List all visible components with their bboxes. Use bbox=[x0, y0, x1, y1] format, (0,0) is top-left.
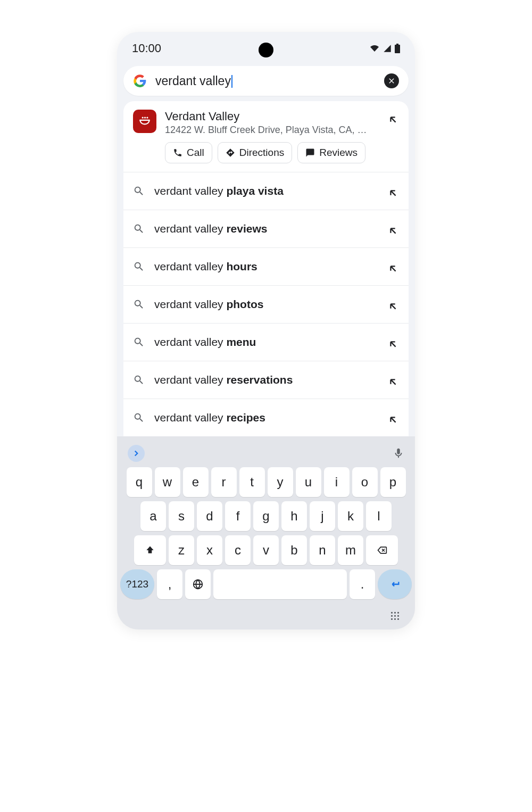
key-i[interactable]: i bbox=[324, 467, 350, 497]
insert-suggestion-icon[interactable] bbox=[387, 301, 399, 312]
cell-icon bbox=[383, 44, 392, 53]
comma-key[interactable]: , bbox=[157, 569, 182, 599]
insert-suggestion-icon[interactable] bbox=[387, 376, 399, 388]
key-p[interactable]: p bbox=[380, 467, 406, 497]
suggestion-text: verdant valley recipes bbox=[154, 411, 378, 424]
key-a[interactable]: a bbox=[140, 501, 166, 531]
suggestion-text: verdant valley photos bbox=[154, 298, 378, 311]
space-key[interactable] bbox=[213, 569, 347, 599]
key-v[interactable]: v bbox=[253, 535, 279, 565]
suggestion-item[interactable]: verdant valley playa vista bbox=[123, 172, 409, 210]
suggestion-text: verdant valley menu bbox=[154, 336, 378, 349]
suggestion-item[interactable]: verdant valley hours bbox=[123, 248, 409, 286]
search-bar[interactable]: verdant valley bbox=[123, 66, 409, 96]
search-icon bbox=[133, 223, 145, 235]
close-icon bbox=[387, 77, 396, 85]
search-icon bbox=[133, 412, 145, 424]
insert-suggestion-icon[interactable] bbox=[387, 187, 399, 199]
key-c[interactable]: c bbox=[225, 535, 251, 565]
directions-button[interactable]: Directions bbox=[218, 142, 292, 163]
restaurant-icon bbox=[133, 110, 156, 133]
key-j[interactable]: j bbox=[310, 501, 335, 531]
key-h[interactable]: h bbox=[281, 501, 307, 531]
results-container: Verdant Valley 12422 W. Bluff Creek Driv… bbox=[123, 101, 409, 172]
key-d[interactable]: d bbox=[197, 501, 222, 531]
insert-suggestion-icon[interactable] bbox=[387, 263, 399, 275]
backspace-icon bbox=[376, 545, 388, 556]
key-x[interactable]: x bbox=[197, 535, 222, 565]
place-name: Verdant Valley bbox=[165, 110, 379, 123]
key-y[interactable]: y bbox=[268, 467, 293, 497]
keyboard-expand-button[interactable] bbox=[128, 445, 145, 462]
key-f[interactable]: f bbox=[225, 501, 251, 531]
status-time: 10:00 bbox=[132, 42, 161, 55]
clear-search-button[interactable] bbox=[384, 73, 399, 88]
shift-icon bbox=[145, 545, 155, 556]
suggestion-text: verdant valley reservations bbox=[154, 374, 378, 386]
key-e[interactable]: e bbox=[183, 467, 209, 497]
place-address: 12422 W. Bluff Creek Drive, Playa Vista,… bbox=[165, 125, 367, 136]
key-l[interactable]: l bbox=[366, 501, 392, 531]
call-button[interactable]: Call bbox=[165, 142, 212, 163]
key-w[interactable]: w bbox=[155, 467, 180, 497]
svg-rect-1 bbox=[396, 44, 398, 45]
insert-suggestion-icon[interactable] bbox=[387, 414, 399, 426]
key-s[interactable]: s bbox=[169, 501, 194, 531]
phone-icon bbox=[173, 148, 182, 158]
globe-icon bbox=[192, 578, 204, 590]
suggestion-item[interactable]: verdant valley photos bbox=[123, 286, 409, 324]
enter-icon bbox=[389, 578, 401, 590]
google-logo-icon bbox=[133, 74, 147, 88]
insert-suggestion-icon[interactable] bbox=[387, 225, 399, 237]
key-z[interactable]: z bbox=[169, 535, 194, 565]
backspace-key[interactable] bbox=[366, 535, 398, 565]
shift-key[interactable] bbox=[134, 535, 166, 565]
keyboard: qwertyuiop asdfghjkl zxcvbnm ?123 , . bbox=[117, 436, 415, 629]
mic-icon[interactable] bbox=[393, 448, 404, 459]
symbols-key[interactable]: ?123 bbox=[120, 569, 154, 599]
globe-key[interactable] bbox=[185, 569, 211, 599]
wifi-icon bbox=[369, 44, 380, 53]
keyboard-handle[interactable] bbox=[120, 603, 412, 620]
reviews-icon bbox=[305, 148, 315, 158]
suggestion-item[interactable]: verdant valley recipes bbox=[123, 399, 409, 436]
key-k[interactable]: k bbox=[338, 501, 363, 531]
camera-cutout bbox=[259, 43, 273, 57]
battery-icon bbox=[395, 44, 400, 53]
period-key[interactable]: . bbox=[350, 569, 375, 599]
search-icon bbox=[133, 374, 145, 386]
suggestion-item[interactable]: verdant valley reservations bbox=[123, 361, 409, 399]
status-icons bbox=[369, 44, 400, 53]
insert-suggestion-icon[interactable] bbox=[387, 114, 399, 126]
reviews-button[interactable]: Reviews bbox=[297, 142, 365, 163]
key-u[interactable]: u bbox=[296, 467, 321, 497]
insert-suggestion-icon[interactable] bbox=[387, 338, 399, 350]
search-icon bbox=[133, 299, 145, 310]
search-input[interactable]: verdant valley bbox=[155, 74, 376, 88]
key-o[interactable]: o bbox=[352, 467, 378, 497]
phone-frame: 10:00 verdant valley Verdant Valley 1242… bbox=[117, 32, 415, 629]
chevron-right-icon bbox=[131, 449, 141, 458]
suggestion-item[interactable]: verdant valley reviews bbox=[123, 210, 409, 248]
key-r[interactable]: r bbox=[211, 467, 237, 497]
key-b[interactable]: b bbox=[281, 535, 307, 565]
key-n[interactable]: n bbox=[310, 535, 335, 565]
directions-icon bbox=[226, 148, 235, 158]
search-icon bbox=[133, 185, 145, 197]
suggestion-text: verdant valley playa vista bbox=[154, 185, 378, 197]
key-m[interactable]: m bbox=[338, 535, 363, 565]
search-icon bbox=[133, 336, 145, 348]
suggestion-item[interactable]: verdant valley menu bbox=[123, 324, 409, 361]
key-q[interactable]: q bbox=[127, 467, 152, 497]
suggestion-text: verdant valley reviews bbox=[154, 222, 378, 235]
enter-key[interactable] bbox=[378, 569, 412, 599]
svg-rect-0 bbox=[395, 45, 400, 53]
place-result[interactable]: Verdant Valley 12422 W. Bluff Creek Driv… bbox=[123, 101, 409, 172]
suggestion-text: verdant valley hours bbox=[154, 260, 378, 273]
key-g[interactable]: g bbox=[253, 501, 279, 531]
search-icon bbox=[133, 261, 145, 272]
key-t[interactable]: t bbox=[239, 467, 265, 497]
